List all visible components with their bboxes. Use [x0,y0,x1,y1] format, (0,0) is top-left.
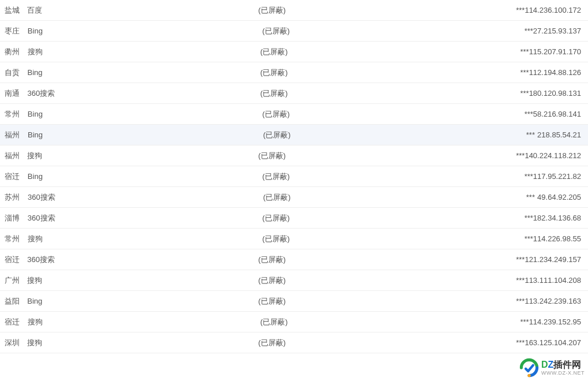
cell-ip: 121.234.249.157 [525,255,585,264]
cell-city: 广州 [3,275,27,286]
cell-city: 南通 [3,88,28,99]
table-row[interactable]: 枣庄Bing(已屏蔽)***27.215.93.137 [0,21,588,42]
cell-city: 益阳 [3,296,27,307]
cell-engine: 百度 [27,5,258,16]
cell-city: 宿迁 [3,255,27,265]
cell-ip: 58.216.98.141 [533,110,585,118]
cell-stars: *** [482,6,525,14]
cell-stars: *** [482,151,525,160]
cell-status: (已屏蔽) [260,47,486,57]
cell-stars: *** [491,130,535,139]
cell-city: 盐城 [3,5,27,16]
table-row[interactable]: 衢州搜狗(已屏蔽)***115.207.91.170 [0,42,588,62]
table-row[interactable]: 福州搜狗(已屏蔽)***140.224.118.212 [0,145,588,166]
cell-city: 衢州 [3,47,28,57]
cell-stars: *** [489,27,533,35]
cell-engine: Bing [28,27,263,35]
cell-ip: 180.120.98.131 [529,89,585,98]
table-row[interactable]: 宿迁搜狗(已屏蔽)***114.239.152.95 [0,312,588,333]
cell-stars: *** [485,89,529,98]
cell-ip: 114.239.152.95 [529,318,585,326]
cell-city: 常州 [3,109,28,119]
cell-stars: *** [482,297,525,305]
cell-engine: Bing [28,110,263,118]
cell-status: (已屏蔽) [262,171,489,182]
cell-status: (已屏蔽) [258,275,481,286]
table-row[interactable]: 广州搜狗(已屏蔽)***113.111.104.208 [0,270,588,291]
cell-ip: 49.64.92.205 [535,193,585,201]
table-row[interactable]: 益阳Bing(已屏蔽)***113.242.239.163 [0,291,588,312]
cell-status: (已屏蔽) [260,88,486,99]
cell-stars: *** [489,110,533,118]
cell-engine: 搜狗 [28,47,260,57]
cell-status: (已屏蔽) [258,255,481,265]
cell-status: (已屏蔽) [258,296,481,307]
cell-city: 枣庄 [3,26,28,36]
cell-city: 福州 [3,130,28,140]
cell-city: 淄博 [3,213,28,223]
cell-city: 福州 [3,151,27,161]
cell-status: (已屏蔽) [258,5,481,16]
cell-engine: 搜狗 [27,151,258,161]
table-row[interactable]: 宿迁Bing(已屏蔽)***117.95.221.82 [0,166,588,187]
cell-ip: 218.85.54.21 [535,130,585,139]
table-row[interactable]: 常州Bing(已屏蔽)***58.216.98.141 [0,104,588,125]
cell-ip: 163.125.104.207 [525,338,585,347]
cell-ip: 140.224.118.212 [525,151,585,160]
cell-stars: *** [485,47,529,56]
cell-status: (已屏蔽) [262,109,489,119]
cell-engine: 360搜索 [28,88,260,99]
cell-status: (已屏蔽) [262,26,489,36]
cell-stars: *** [491,193,535,201]
cell-status: (已屏蔽) [260,317,486,327]
cell-city: 苏州 [3,192,28,203]
table-row[interactable]: 福州Bing(已屏蔽)***218.85.54.21 [0,125,588,145]
cell-stars: *** [482,255,525,264]
cell-engine: Bing [27,297,258,305]
table-row[interactable]: 宿迁360搜索(已屏蔽)***121.234.249.157 [0,249,588,270]
cell-ip: 27.215.93.137 [533,27,585,35]
cell-ip: 115.207.91.170 [529,47,585,56]
cell-status: (已屏蔽) [258,151,481,161]
table-row[interactable]: 淄博360搜索(已屏蔽)***182.34.136.68 [0,208,588,229]
cell-status: (已屏蔽) [258,338,481,348]
cell-stars: *** [485,68,529,77]
cell-city: 宿迁 [3,317,28,327]
cell-engine: 搜狗 [27,338,258,348]
table-row[interactable]: 深圳搜狗(已屏蔽)***163.125.104.207 [0,333,588,353]
cell-city: 深圳 [3,338,27,348]
cell-status: (已屏蔽) [262,213,489,223]
cell-status: (已屏蔽) [263,130,491,140]
cell-stars: *** [489,214,533,222]
cell-status: (已屏蔽) [263,192,491,203]
cell-status: (已屏蔽) [260,68,486,78]
cell-engine: 搜狗 [28,317,260,327]
cell-ip: 114.226.98.55 [533,234,585,243]
cell-ip: 112.194.88.126 [529,68,585,77]
cell-engine: 搜狗 [28,234,263,244]
table-row[interactable]: 盐城百度(已屏蔽)***114.236.100.172 [0,0,588,21]
cell-engine: 360搜索 [27,255,258,265]
cell-engine: Bing [28,68,260,77]
table-row[interactable]: 常州搜狗(已屏蔽)***114.226.98.55 [0,229,588,249]
cell-stars: *** [489,172,533,181]
cell-ip: 114.236.100.172 [525,6,585,14]
cell-engine: Bing [28,130,263,139]
cell-engine: 搜狗 [27,275,258,286]
cell-city: 常州 [3,234,28,244]
cell-ip: 182.34.136.68 [533,214,585,222]
cell-engine: 360搜索 [28,192,263,203]
cell-city: 自贡 [3,68,28,78]
cell-stars: *** [485,318,529,326]
table-row[interactable]: 南通360搜索(已屏蔽)***180.120.98.131 [0,83,588,104]
table-row[interactable]: 苏州360搜索(已屏蔽)***49.64.92.205 [0,187,588,208]
cell-city: 宿迁 [3,171,28,182]
cell-ip: 113.111.104.208 [525,276,585,285]
cell-engine: 360搜索 [28,213,263,223]
cell-ip: 113.242.239.163 [525,297,585,305]
data-table: 盐城百度(已屏蔽)***114.236.100.172枣庄Bing(已屏蔽)**… [0,0,588,353]
cell-stars: *** [489,234,533,243]
cell-ip: 117.95.221.82 [533,172,585,181]
cell-engine: Bing [28,172,263,181]
table-row[interactable]: 自贡Bing(已屏蔽)***112.194.88.126 [0,62,588,83]
